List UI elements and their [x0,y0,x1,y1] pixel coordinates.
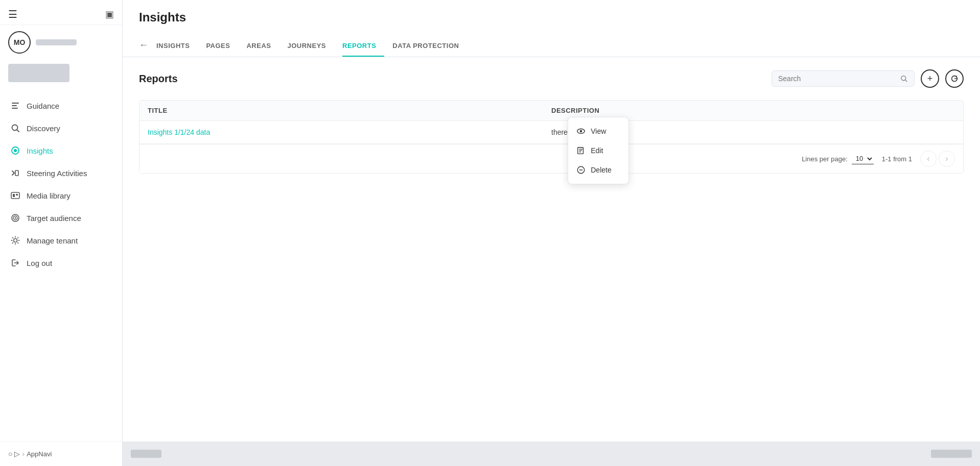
pagination-bar: Lines per page: 5 10 25 50 1-1 from 1 ‹ … [139,144,963,173]
sidebar-item-target[interactable]: Target audience [0,207,122,229]
pagination-nav: ‹ › [920,151,955,167]
hamburger-icon[interactable]: ☰ [8,8,17,20]
avatar[interactable]: MO [8,31,31,54]
svg-rect-9 [13,194,15,197]
svg-rect-0 [12,103,19,104]
content-area: Reports + [123,57,980,442]
context-delete-label: Delete [591,166,611,174]
sidebar-item-guidance[interactable]: Guidance [0,94,122,117]
bottom-bar [123,442,980,466]
page-header: Insights ← INSIGHTS PAGES AREAS JOURNEYS… [123,0,980,57]
footer-brand-label: AppNavi [27,450,52,458]
section-title: Reports [139,73,178,85]
table-header: Title Description [139,101,963,121]
appnavi-logo: ○ ▷ › AppNavi [8,450,52,458]
tabs-bar: ← INSIGHTS PAGES AREAS JOURNEYS REPORTS … [139,35,964,57]
media-icon [10,190,20,201]
main-content: Insights ← INSIGHTS PAGES AREAS JOURNEYS… [123,0,980,466]
eye-icon [576,127,586,136]
edit-icon [576,146,586,155]
tenant-icon [10,235,20,246]
target-icon [10,213,20,223]
bottom-placeholder-2 [931,450,972,458]
bottom-placeholder-1 [131,450,161,458]
sidebar-footer: ○ ▷ › AppNavi [0,441,122,466]
insights-icon [10,145,20,156]
tenant-label: Manage tenant [27,236,78,245]
report-title-link[interactable]: Insights 1/1/24 data [148,128,551,136]
sidebar-item-discovery[interactable]: Discovery [0,117,122,139]
delete-icon [576,165,586,175]
search-icon [900,74,908,83]
tab-insights[interactable]: INSIGHTS [156,37,198,57]
logout-label: Log out [27,259,52,267]
svg-rect-2 [12,108,18,109]
sidebar: ☰ ▣ MO Guidance [0,0,123,466]
tab-pages[interactable]: PAGES [206,37,238,57]
content-header: Reports + [139,69,964,88]
svg-point-6 [14,149,17,152]
tab-reports[interactable]: REPORTS [342,37,384,57]
svg-line-4 [17,130,19,132]
logout-icon [10,258,20,268]
content-actions: + [772,69,964,88]
footer-chevron-icon: › [22,450,25,458]
brand-logo [8,64,69,82]
sidebar-item-media[interactable]: Media library [0,184,122,207]
sidebar-brand [0,60,122,90]
lines-per-page-label: Lines per page: [802,155,848,163]
svg-rect-1 [12,105,17,106]
search-box [772,70,915,87]
svg-point-18 [580,130,582,133]
discovery-icon [10,123,20,133]
svg-rect-8 [11,192,19,199]
sidebar-nav: Guidance Discovery Insights [0,90,122,441]
lines-per-page-select[interactable]: 5 10 25 50 [852,153,874,164]
reports-table: Title Description Insights 1/1/24 data t… [139,100,964,174]
guidance-icon [10,101,20,111]
context-menu-delete[interactable]: Delete [568,160,628,180]
tab-data-protection[interactable]: DATA PROTECTION [392,37,467,57]
context-menu-edit[interactable]: Edit [568,141,628,160]
context-menu: View Edit [568,117,629,184]
steering-label: Steering Activities [27,169,87,178]
tab-back-button[interactable]: ← [139,35,156,57]
sidebar-item-logout[interactable]: Log out [0,252,122,274]
user-name-placeholder [36,39,77,45]
sidebar-item-tenant[interactable]: Manage tenant [0,229,122,252]
context-menu-view[interactable]: View [568,121,628,141]
inbox-icon[interactable]: ▣ [105,9,114,20]
pagination-prev-button[interactable]: ‹ [920,151,937,167]
refresh-button[interactable] [945,69,964,88]
page-title: Insights [139,10,964,24]
context-view-label: View [591,127,606,135]
pagination-info: 1-1 from 1 [882,155,912,163]
footer-arrow-icon: ▷ [14,450,20,458]
footer-circle-icon: ○ [8,450,12,458]
add-report-button[interactable]: + [921,69,939,88]
tab-journeys[interactable]: JOURNEYS [287,37,334,57]
target-label: Target audience [27,214,81,223]
media-label: Media library [27,191,71,200]
insights-label: Insights [27,146,53,155]
context-edit-label: Edit [591,146,603,155]
col-description-header: Description [551,107,955,114]
svg-point-14 [14,239,17,242]
sidebar-item-steering[interactable]: Steering Activities [0,162,122,184]
svg-line-16 [905,80,906,81]
svg-point-13 [15,217,16,219]
col-title-header: Title [148,107,551,114]
sidebar-top: ☰ ▣ [0,0,122,25]
svg-rect-7 [15,170,18,176]
sidebar-item-insights[interactable]: Insights [0,139,122,162]
guidance-label: Guidance [27,102,59,110]
steering-icon [10,168,20,178]
search-input[interactable] [778,75,896,83]
table-row: Insights 1/1/24 data there is some test … [139,121,963,144]
lines-per-page-control: Lines per page: 5 10 25 50 [802,153,874,164]
discovery-label: Discovery [27,124,60,133]
pagination-next-button[interactable]: › [939,151,955,167]
sidebar-logo-area: MO [0,25,122,60]
svg-rect-10 [16,194,18,195]
tab-areas[interactable]: AREAS [246,37,279,57]
